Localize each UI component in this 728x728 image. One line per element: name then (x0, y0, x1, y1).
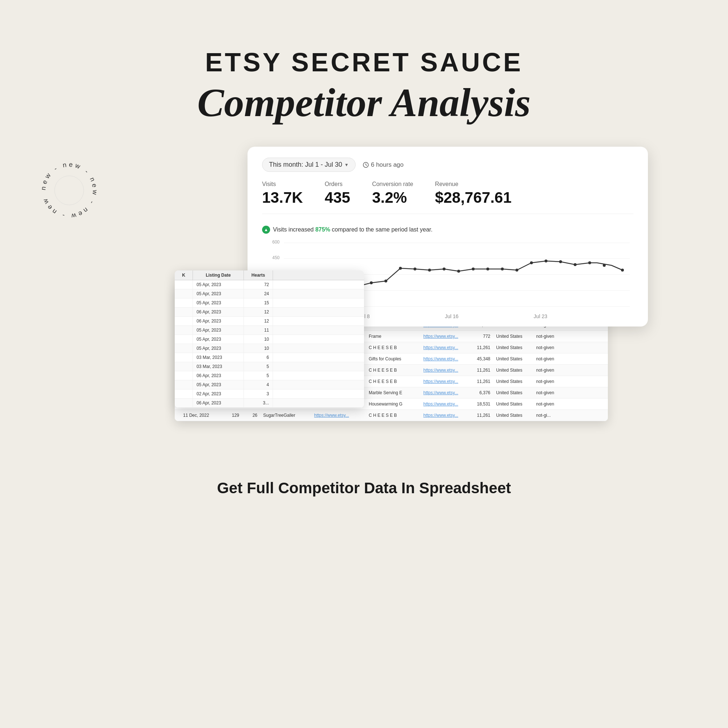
increase-bar: ▲ Visits increased 875% compared to the … (262, 221, 633, 239)
cell-url2: https://www.etsy... (421, 344, 464, 351)
increase-text: Visits increased 875% compared to the sa… (273, 226, 433, 233)
sheet-row: 06 Apr, 2023 12 (175, 307, 364, 317)
cell-loc: United States (493, 344, 533, 351)
cell-name: C H E E S E B (366, 367, 421, 374)
col-hearts-header: Hearts (244, 271, 273, 280)
sheet-row: 05 Apr, 2023 24 (175, 289, 364, 298)
cell-name: C H E E S E B (366, 344, 421, 351)
sheet-cell-k (175, 371, 193, 380)
sheet-cell-k (175, 280, 193, 289)
sheet-cell-hearts: 12 (244, 307, 273, 316)
sheet-cell-k (175, 289, 193, 298)
new-badge: new - new - new - new - new - new - new … (37, 158, 102, 223)
cell-status: not-given (533, 333, 562, 340)
x-label-jul23: Jul 23 (534, 314, 547, 319)
sheet-cell-hearts: 15 (244, 298, 273, 307)
main-container: ETSY SECRET SAUCE Competitor Analysis ne… (37, 18, 691, 710)
footer-text: Get Full Competitor Data In Spreadsheet (217, 479, 511, 497)
svg-point-34 (559, 260, 562, 263)
cell-rev: 11,261 (464, 344, 493, 351)
dropdown-arrow-icon: ▼ (344, 162, 349, 167)
cell-date: 11 Dec, 2022 (180, 412, 220, 419)
cell-name: C H E E S E B (366, 378, 421, 385)
svg-point-35 (574, 263, 577, 266)
sheet-cell-date: 03 Mar, 2023 (193, 353, 244, 362)
sheet-cell-k (175, 298, 193, 307)
stat-value: 435 (325, 189, 350, 206)
svg-point-30 (501, 268, 504, 271)
svg-point-21 (370, 281, 373, 284)
sheet-cell-hearts: 12 (244, 317, 273, 326)
col-listing-date-header: Listing Date (193, 271, 244, 280)
stat-value: $28,767.61 (435, 189, 511, 206)
svg-point-22 (384, 280, 387, 283)
up-arrow-icon: ▲ (262, 226, 270, 234)
col-k-header: K (175, 271, 193, 280)
date-range-text: This month: Jul 1 - Jul 30 (269, 161, 342, 168)
cell-name: Housewarming G (366, 401, 421, 408)
cell-loc: United States (493, 367, 533, 374)
date-range-pill[interactable]: This month: Jul 1 - Jul 30 ▼ (262, 158, 356, 172)
sheet-row: 03 Mar, 2023 5 (175, 362, 364, 371)
cell-loc: United States (493, 378, 533, 385)
sheet-row: 03 Mar, 2023 6 (175, 353, 364, 362)
svg-point-38 (621, 269, 624, 272)
cell-loc: United States (493, 412, 533, 419)
sheet-cell-hearts: 3... (244, 399, 273, 407)
cell-rev: 45,348 (464, 355, 493, 362)
sheet-cell-hearts: 4 (244, 380, 273, 389)
cell-url2: https://www.etsy... (421, 355, 464, 362)
cell-name: Frame (366, 333, 421, 340)
sheet-cell-date: 05 Apr, 2023 (193, 326, 244, 335)
sheet-cell-date: 06 Apr, 2023 (193, 371, 244, 380)
svg-point-36 (588, 262, 591, 264)
sheet-row: 05 Apr, 2023 15 (175, 298, 364, 307)
svg-text:new - new - new - new - new - : new - new - new - new - new - new - new … (37, 158, 99, 220)
stat-label: Conversion rate (372, 181, 413, 187)
sheet-header: K Listing Date Hearts (175, 271, 364, 280)
cell-status: not-given (533, 401, 562, 408)
cell-url2: https://www.etsy... (421, 389, 464, 396)
svg-point-23 (399, 267, 402, 270)
cell-name: C H E E S E B (366, 412, 421, 419)
sheet-cell-date: 03 Mar, 2023 (193, 362, 244, 371)
cell-num: 26 (242, 412, 260, 419)
sheet-cell-date: 06 Apr, 2023 (193, 307, 244, 316)
sheet-cell-k (175, 353, 193, 362)
sheet-cell-date: 05 Apr, 2023 (193, 298, 244, 307)
stats-row: Visits 13.7K Orders 435 Conversion rate … (262, 181, 633, 214)
main-title: Competitor Analysis (197, 81, 531, 125)
cards-wrapper: K Listing Date Hearts 05 Apr, 2023 72 05… (182, 147, 601, 327)
stat-item: Visits 13.7K (262, 181, 303, 206)
svg-point-27 (457, 270, 460, 273)
stat-value: 13.7K (262, 189, 303, 206)
sheet-cell-hearts: 72 (244, 280, 273, 289)
sheet-cell-k (175, 335, 193, 344)
clock-icon (363, 162, 369, 168)
sheet-cell-k (175, 362, 193, 371)
cell-loc: United States (493, 401, 533, 408)
cell-url2: https://www.etsy... (421, 412, 464, 419)
spreadsheet-overlay: K Listing Date Hearts 05 Apr, 2023 72 05… (175, 271, 364, 408)
sheet-cell-k (175, 326, 193, 335)
svg-line-4 (366, 165, 367, 166)
stat-label: Revenue (435, 181, 511, 187)
sheet-cell-hearts: 11 (244, 326, 273, 335)
cell-loc: United States (493, 389, 533, 396)
cell-url2: https://www.etsy... (421, 367, 464, 374)
svg-point-37 (603, 264, 606, 267)
cell-status: not-given (533, 378, 562, 385)
cell-status: not-gi... (533, 412, 562, 419)
sheet-cell-date: 06 Apr, 2023 (193, 399, 244, 407)
x-label-jul16: Jul 16 (445, 314, 458, 319)
cell-rev: 6,376 (464, 389, 493, 396)
cell-name: Gifts for Couples (366, 355, 421, 362)
cell-loc: United States (493, 355, 533, 362)
svg-point-25 (428, 269, 431, 272)
dashboard-header: This month: Jul 1 - Jul 30 ▼ 6 hours ago (262, 158, 633, 172)
cell-url2: https://www.etsy... (421, 401, 464, 408)
cell-rev: 18,531 (464, 401, 493, 408)
sheet-cell-hearts: 10 (244, 335, 273, 344)
sheet-rows: 05 Apr, 2023 72 05 Apr, 2023 24 05 Apr, … (175, 280, 364, 408)
sheet-cell-hearts: 6 (244, 353, 273, 362)
